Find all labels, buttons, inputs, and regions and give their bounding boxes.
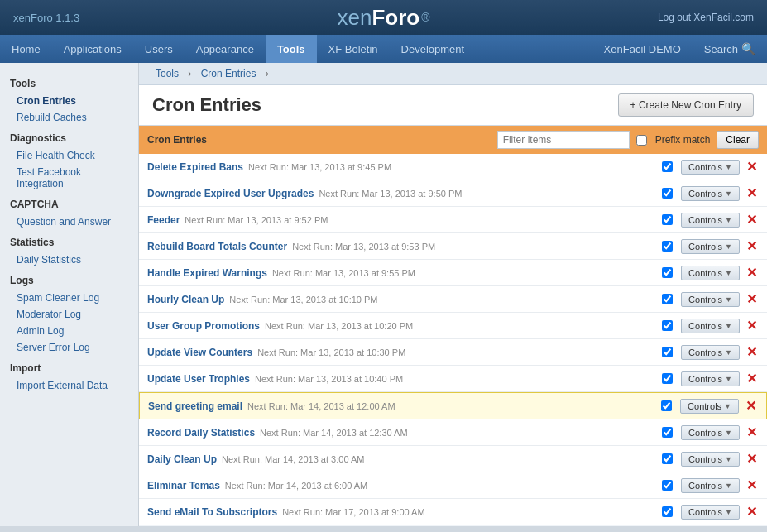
delete-button[interactable]: ✕ — [745, 291, 759, 307]
cron-entry-name[interactable]: Feeder — [147, 214, 180, 226]
delete-button[interactable]: ✕ — [745, 424, 759, 440]
cron-entry-checkbox[interactable] — [662, 294, 673, 304]
controls-button[interactable]: Controls ▼ — [681, 266, 740, 280]
clear-filter-button[interactable]: Clear — [717, 131, 759, 149]
nav-item-home[interactable]: Home — [0, 35, 52, 63]
controls-label: Controls — [688, 268, 722, 278]
delete-button[interactable]: ✕ — [745, 318, 759, 333]
search-icon[interactable]: 🔍 — [741, 42, 755, 55]
breadcrumb-tools[interactable]: Tools — [156, 68, 179, 79]
controls-button[interactable]: Controls ▼ — [681, 478, 740, 493]
nav-demo-label: XenFacil DEMO — [592, 43, 693, 55]
sidebar-item-test-facebook[interactable]: Test Facebook Integration — [0, 164, 138, 192]
cron-entry-checkbox[interactable] — [661, 400, 672, 411]
nav-item-development[interactable]: Development — [390, 35, 477, 63]
cron-entry-name[interactable]: Update User Trophies — [147, 373, 250, 385]
delete-button[interactable]: ✕ — [745, 371, 759, 386]
controls-button[interactable]: Controls ▼ — [681, 452, 740, 467]
nav-item-xf-boletin[interactable]: XF Boletin — [317, 35, 390, 63]
sidebar-item-admin-log[interactable]: Admin Log — [0, 323, 138, 339]
logo: xenForo® — [337, 5, 429, 31]
cron-entry-checkbox[interactable] — [662, 453, 673, 464]
sidebar-item-question-answer[interactable]: Question and Answer — [0, 213, 138, 230]
controls-label: Controls — [688, 189, 722, 199]
nav-item-appearance[interactable]: Appearance — [185, 35, 266, 63]
cron-entry-name[interactable]: Eliminar Temas — [147, 480, 220, 491]
cron-entry-name[interactable]: Record Daily Statistics — [147, 427, 255, 439]
table-header-row: Cron Entries Prefix match Clear — [139, 126, 767, 154]
nav-item-tools[interactable]: Tools — [266, 35, 317, 63]
controls-label: Controls — [688, 162, 722, 172]
table-row: Record Daily Statistics Next Run: Mar 14… — [139, 419, 767, 446]
nav-search[interactable]: Search 🔍 — [693, 42, 767, 55]
logo-xen: xen — [337, 5, 372, 31]
sidebar-item-spam-cleaner-log[interactable]: Spam Cleaner Log — [0, 290, 138, 306]
controls-button[interactable]: Controls ▼ — [680, 399, 739, 414]
delete-button[interactable]: ✕ — [744, 398, 758, 414]
sidebar-item-moderator-log[interactable]: Moderator Log — [0, 306, 138, 323]
delete-button[interactable]: ✕ — [745, 185, 759, 201]
cron-entry-name[interactable]: Rebuild Board Totals Counter — [147, 241, 287, 252]
cron-entry-checkbox[interactable] — [662, 188, 673, 199]
cron-entry-checkbox[interactable] — [662, 214, 673, 225]
controls-label: Controls — [688, 374, 722, 384]
logo-foro: Foro — [372, 5, 419, 31]
sidebar-item-cron-entries[interactable]: Cron Entries — [0, 93, 138, 109]
cron-entry-name[interactable]: Send eMail To Subscriptors — [147, 506, 277, 518]
delete-button[interactable]: ✕ — [745, 477, 759, 493]
delete-button[interactable]: ✕ — [745, 212, 759, 228]
create-cron-entry-button[interactable]: + Create New Cron Entry — [618, 93, 754, 117]
cron-entry-checkbox[interactable] — [662, 347, 673, 357]
sidebar: Tools Cron Entries Rebuild Caches Diagno… — [0, 63, 139, 526]
controls-button[interactable]: Controls ▼ — [681, 292, 740, 307]
controls-arrow-icon: ▼ — [725, 163, 732, 171]
cron-entry-name[interactable]: Send greeting email — [148, 400, 242, 412]
nav-item-users[interactable]: Users — [133, 35, 185, 63]
controls-button[interactable]: Controls ▼ — [681, 371, 740, 386]
breadcrumb-cron-entries[interactable]: Cron Entries — [201, 68, 256, 79]
sidebar-item-server-error-log[interactable]: Server Error Log — [0, 339, 138, 356]
controls-button[interactable]: Controls ▼ — [681, 160, 740, 175]
cron-entry-name[interactable]: User Group Promotions — [147, 320, 260, 332]
cron-entry-checkbox[interactable] — [662, 373, 673, 384]
controls-button[interactable]: Controls ▼ — [681, 425, 740, 440]
prefix-match-checkbox[interactable] — [636, 135, 647, 146]
cron-entry-name[interactable]: Hourly Clean Up — [147, 294, 224, 305]
top-bar-right[interactable]: Log out XenFacil.com — [658, 12, 754, 23]
cron-entry-checkbox[interactable] — [662, 320, 673, 331]
delete-button[interactable]: ✕ — [745, 238, 759, 254]
nav-item-applications[interactable]: Applications — [52, 35, 133, 63]
cron-entry-checkbox[interactable] — [662, 480, 673, 491]
sidebar-item-rebuild-caches[interactable]: Rebuild Caches — [0, 109, 138, 126]
cron-entry-checkbox[interactable] — [662, 161, 673, 172]
cron-entry-name[interactable]: Update View Counters — [147, 347, 252, 358]
cron-entry-checkbox[interactable] — [662, 267, 673, 278]
delete-button[interactable]: ✕ — [745, 159, 759, 175]
cron-entry-name[interactable]: Delete Expired Bans — [147, 161, 243, 173]
delete-button[interactable]: ✕ — [745, 504, 759, 520]
cron-entry-checkbox[interactable] — [662, 427, 673, 438]
delete-button[interactable]: ✕ — [745, 344, 759, 360]
cron-entry-checkbox[interactable] — [662, 241, 673, 252]
delete-button[interactable]: ✕ — [745, 451, 759, 467]
controls-button[interactable]: Controls ▼ — [681, 319, 740, 333]
cron-entry-name[interactable]: Daily Clean Up — [147, 453, 217, 465]
delete-button[interactable]: ✕ — [745, 265, 759, 280]
cron-entries-table: Cron Entries Prefix match Clear Delete E… — [139, 126, 767, 525]
controls-arrow-icon: ▼ — [725, 269, 732, 277]
sidebar-item-daily-statistics[interactable]: Daily Statistics — [0, 252, 138, 268]
filter-input[interactable] — [497, 131, 630, 149]
sidebar-item-import-external-data[interactable]: Import External Data — [0, 377, 138, 394]
cron-entry-name[interactable]: Downgrade Expired User Upgrades — [147, 188, 314, 199]
controls-label: Controls — [688, 454, 722, 464]
controls-button[interactable]: Controls ▼ — [681, 345, 740, 360]
cron-entry-checkbox[interactable] — [662, 506, 673, 517]
sidebar-item-file-health-check[interactable]: File Health Check — [0, 147, 138, 164]
cron-entry-name[interactable]: Handle Expired Warnings — [147, 267, 267, 279]
sidebar-section-diagnostics: Diagnostics File Health Check Test Faceb… — [0, 126, 138, 192]
top-bar: xenForo 1.1.3 xenForo® Log out XenFacil.… — [0, 0, 767, 35]
controls-button[interactable]: Controls ▼ — [681, 239, 740, 254]
controls-button[interactable]: Controls ▼ — [681, 505, 740, 520]
controls-button[interactable]: Controls ▼ — [681, 186, 740, 201]
controls-button[interactable]: Controls ▼ — [681, 213, 740, 228]
